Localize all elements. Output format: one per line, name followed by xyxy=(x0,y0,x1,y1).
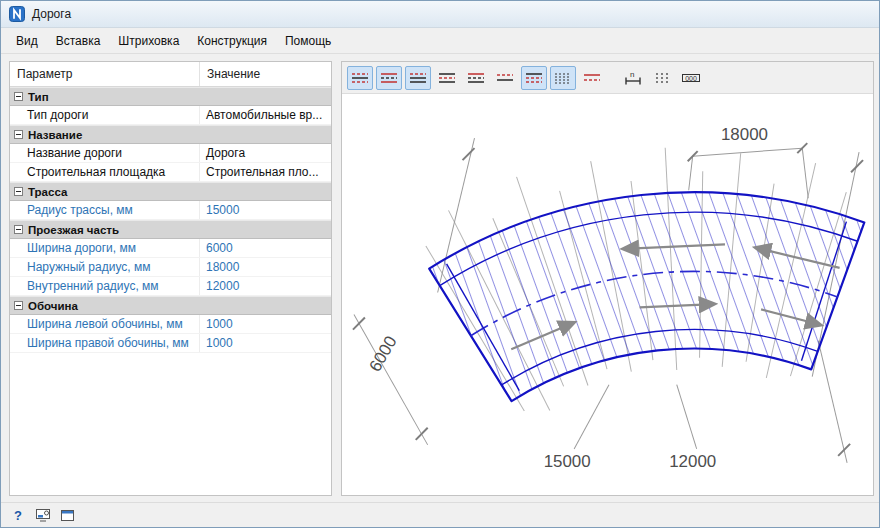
dialog-content: Параметр Значение Тип Тип дороги Автомоб… xyxy=(1,54,879,502)
help-button[interactable]: ? xyxy=(10,507,26,523)
property-grid: Параметр Значение Тип Тип дороги Автомоб… xyxy=(9,61,332,496)
dimension-road-width: 6000 xyxy=(365,333,400,375)
param-row-route-radius[interactable]: Радиус трассы, мм 15000 xyxy=(10,201,331,220)
toolbar-button-12[interactable]: 000 xyxy=(678,66,704,90)
menu-help[interactable]: Помощь xyxy=(276,29,340,53)
hatch-marks-icon xyxy=(652,71,672,85)
param-row-inner-radius[interactable]: Внутренний радиус, мм 12000 xyxy=(10,277,331,296)
column-header-value: Значение xyxy=(200,67,260,81)
toolbar-button-3[interactable] xyxy=(405,66,431,90)
toolbar-button-6[interactable] xyxy=(492,66,518,90)
monitor-icon xyxy=(36,509,51,522)
toolbar-button-1[interactable] xyxy=(347,66,373,90)
menu-construction[interactable]: Конструкция xyxy=(188,29,276,53)
property-grid-header: Параметр Значение xyxy=(10,62,331,87)
param-row-outer-radius[interactable]: Наружный радиус, мм 18000 xyxy=(10,258,331,277)
dimension-centerline-radius: 15000 xyxy=(544,452,591,471)
road-style-toolbar: n 000 xyxy=(342,62,873,94)
question-icon: ? xyxy=(14,508,22,523)
titlebar[interactable]: Дорога xyxy=(1,1,879,28)
menubar: Вид Вставка Штриховка Конструкция Помощь xyxy=(1,28,879,54)
param-row-road-width[interactable]: Ширина дороги, мм 6000 xyxy=(10,239,331,258)
n-step-icon: n xyxy=(623,71,643,85)
param-row-left-shoulder[interactable]: Ширина левой обочины, мм 1000 xyxy=(10,315,331,334)
toolbar-button-9[interactable] xyxy=(579,66,605,90)
section-row-carriageway[interactable]: Проезжая часть xyxy=(10,220,331,239)
toolbar-button-5[interactable] xyxy=(463,66,489,90)
section-row-type[interactable]: Тип xyxy=(10,87,331,106)
toolbar-button-2[interactable] xyxy=(376,66,402,90)
dimension-inner-radius: 12000 xyxy=(669,452,716,471)
window-title: Дорога xyxy=(32,7,71,21)
collapse-icon[interactable] xyxy=(14,225,23,234)
view-settings-button[interactable] xyxy=(35,507,51,523)
menu-hatch[interactable]: Штриховка xyxy=(109,29,188,53)
toolbar-button-11[interactable] xyxy=(649,66,675,90)
road-preview[interactable]: 18000 6000 15000 12000 xyxy=(342,94,873,495)
road-geometry xyxy=(429,192,864,401)
dialog-settings-button[interactable] xyxy=(60,507,76,523)
param-row-site[interactable]: Строительная площадка Строительная пло..… xyxy=(10,163,331,182)
menu-insert[interactable]: Вставка xyxy=(47,29,110,53)
app-logo-icon xyxy=(9,6,25,22)
column-header-parameter: Параметр xyxy=(10,62,200,86)
section-row-shoulder[interactable]: Обочина xyxy=(10,296,331,315)
section-row-name[interactable]: Название xyxy=(10,125,331,144)
road-dialog-window: Дорога Вид Вставка Штриховка Конструкция… xyxy=(0,0,880,528)
svg-text:000: 000 xyxy=(685,74,697,81)
param-row-right-shoulder[interactable]: Ширина правой обочины, мм 1000 xyxy=(10,334,331,353)
toolbar-button-8[interactable] xyxy=(550,66,576,90)
collapse-icon[interactable] xyxy=(14,187,23,196)
road-preview-drawing: 18000 6000 15000 12000 xyxy=(342,94,873,495)
collapse-icon[interactable] xyxy=(14,301,23,310)
dimension-outer-radius: 18000 xyxy=(721,125,768,144)
param-row-road-name[interactable]: Название дороги Дорога xyxy=(10,144,331,163)
window-icon xyxy=(61,509,75,522)
statusbar: ? xyxy=(1,502,879,527)
toolbar-button-4[interactable] xyxy=(434,66,460,90)
culvert-icon: 000 xyxy=(681,71,701,85)
preview-panel: n 000 xyxy=(341,61,874,496)
menu-view[interactable]: Вид xyxy=(7,29,47,53)
collapse-icon[interactable] xyxy=(14,92,23,101)
section-row-route[interactable]: Трасса xyxy=(10,182,331,201)
toolbar-button-7[interactable] xyxy=(521,66,547,90)
param-row-road-type[interactable]: Тип дороги Автомобильные вр... xyxy=(10,106,331,125)
svg-text:n: n xyxy=(630,71,634,79)
collapse-icon[interactable] xyxy=(14,130,23,139)
toolbar-button-10[interactable]: n xyxy=(620,66,646,90)
